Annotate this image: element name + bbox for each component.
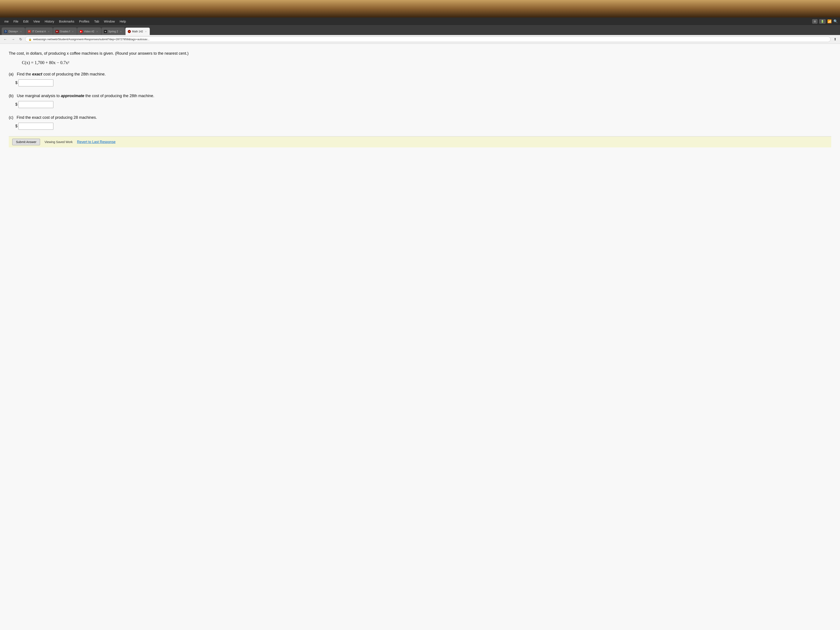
- part-b-container: (b) Use marginal analysis to approximate…: [9, 93, 831, 108]
- menu-bar-right: ⊞ 🔋 📶 🔍: [812, 19, 838, 24]
- share-button[interactable]: ⬆: [832, 37, 838, 42]
- url-text: webassign.net/web/Student/Assignment-Res…: [33, 38, 149, 41]
- tab-math-close[interactable]: ×: [144, 30, 147, 33]
- tab-it-central[interactable]: IT IT Central A ×: [25, 28, 53, 35]
- bottom-bar: Submit Answer Viewing Saved Work Revert …: [9, 136, 831, 147]
- part-a-text-after: cost of producing the 28th machine.: [42, 72, 106, 76]
- tab-spring-label: Spring 2: [108, 30, 118, 33]
- part-a-dollar-sign: $: [15, 81, 17, 85]
- tab-video-label: Video #2: [84, 30, 94, 33]
- tab-disney-label: Disney+: [8, 30, 18, 33]
- disney-tab-icon: D: [4, 30, 7, 33]
- search-icon[interactable]: 🔍: [834, 19, 838, 24]
- screen-icon: ⊞: [812, 19, 818, 24]
- part-c-label: (c) Find the exact cost of producing 28 …: [9, 115, 831, 120]
- part-c-input-row: $: [15, 123, 831, 130]
- tab-bar: D Disney+ × IT IT Central A × 🏛 Grades f…: [0, 25, 840, 35]
- tab-video-close[interactable]: ×: [96, 30, 99, 33]
- math-tab-icon: ★: [128, 30, 131, 33]
- menu-item-profiles[interactable]: Profiles: [77, 19, 92, 24]
- main-content: The cost, in dollars, of producing x cof…: [0, 44, 840, 630]
- part-a-text-before: Find the: [17, 72, 32, 76]
- tab-grades-close[interactable]: ×: [71, 30, 74, 33]
- battery-icon: 🔋: [819, 19, 826, 24]
- problem-description: The cost, in dollars, of producing x cof…: [9, 50, 831, 57]
- part-c-text: Find the exact cost of producing 28 mach…: [17, 115, 97, 120]
- tab-grades-label: Grades f: [60, 30, 70, 33]
- video-tab-icon: ▶: [80, 30, 83, 33]
- menu-item-me[interactable]: me: [2, 19, 11, 24]
- grades-tab-icon: 🏛: [55, 30, 58, 33]
- tab-it-close[interactable]: ×: [47, 30, 50, 33]
- wifi-icon: 📶: [827, 19, 832, 24]
- tab-math-label: Math 142: [132, 30, 143, 33]
- part-b-letter: (b): [9, 94, 16, 98]
- tab-disney-close[interactable]: ×: [19, 30, 22, 33]
- menu-item-help[interactable]: Help: [117, 19, 128, 24]
- tab-spring[interactable]: N Spring 2 ×: [101, 28, 125, 35]
- menu-item-edit[interactable]: Edit: [21, 19, 31, 24]
- menu-item-bookmarks[interactable]: Bookmarks: [57, 19, 77, 24]
- part-c-input[interactable]: [18, 123, 54, 130]
- forward-button[interactable]: →: [10, 37, 16, 42]
- tab-it-label: IT Central A: [32, 30, 46, 33]
- lock-icon: 🔒: [28, 38, 32, 41]
- menu-item-history[interactable]: History: [43, 19, 57, 24]
- menu-item-view[interactable]: View: [31, 19, 42, 24]
- part-b-label: (b) Use marginal analysis to approximate…: [9, 93, 831, 99]
- submit-button[interactable]: Submit Answer: [12, 139, 40, 145]
- revert-link[interactable]: Revert to Last Response: [77, 140, 115, 144]
- spring-tab-icon: N: [104, 30, 107, 33]
- address-field[interactable]: 🔒 webassign.net/web/Student/Assignment-R…: [25, 36, 831, 42]
- top-photo-area: [0, 0, 840, 17]
- tab-video[interactable]: ▶ Video #2 ×: [77, 28, 101, 35]
- problem-formula: C(x) = 1,700 + 80x − 0.7x²: [22, 60, 831, 65]
- tab-math[interactable]: ★ Math 142 ×: [125, 28, 150, 35]
- part-b-input[interactable]: [18, 101, 54, 108]
- part-a-input[interactable]: [18, 79, 54, 87]
- tab-grades[interactable]: 🏛 Grades f ×: [53, 28, 77, 35]
- menu-bar: me File Edit View History Bookmarks Prof…: [0, 17, 840, 25]
- part-c-container: (c) Find the exact cost of producing 28 …: [9, 115, 831, 130]
- menu-item-tab[interactable]: Tab: [92, 19, 101, 24]
- saved-work-text: Viewing Saved Work: [44, 140, 73, 144]
- part-c-letter: (c): [9, 115, 16, 120]
- part-b-emphasis: approximate: [61, 94, 84, 98]
- reload-button[interactable]: ↻: [18, 37, 24, 42]
- address-bar: ← → ↻ 🔒 webassign.net/web/Student/Assign…: [0, 35, 840, 44]
- part-b-text-after: the cost of producing the 28th machine.: [84, 94, 154, 98]
- menu-item-file[interactable]: File: [11, 19, 21, 24]
- part-c-dollar-sign: $: [15, 124, 17, 128]
- it-tab-icon: IT: [28, 30, 31, 33]
- part-a-emphasis: exact: [32, 72, 42, 76]
- part-a-label: (a) Find the exact cost of producing the…: [9, 71, 831, 77]
- tab-spring-close[interactable]: ×: [120, 30, 123, 33]
- part-b-text-before: Use marginal analysis to: [17, 94, 61, 98]
- part-b-dollar-sign: $: [15, 102, 17, 107]
- tab-disney[interactable]: D Disney+ ×: [2, 28, 25, 35]
- part-a-letter: (a): [9, 72, 16, 76]
- part-a-container: (a) Find the exact cost of producing the…: [9, 71, 831, 87]
- part-b-input-row: $: [15, 101, 831, 108]
- part-a-input-row: $: [15, 79, 831, 87]
- menu-item-window[interactable]: Window: [102, 19, 117, 24]
- back-button[interactable]: ←: [2, 37, 8, 42]
